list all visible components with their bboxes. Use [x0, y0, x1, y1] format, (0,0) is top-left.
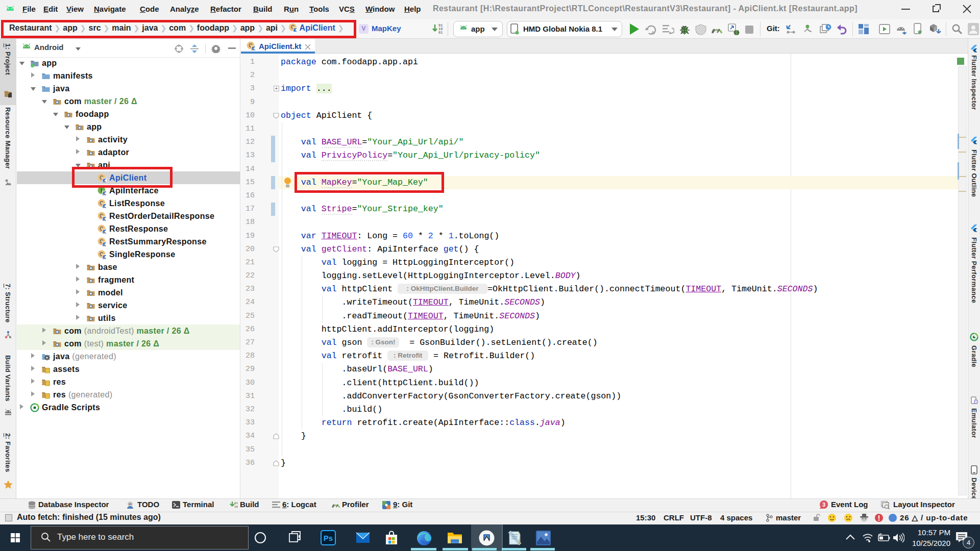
- svg-text:3: 3: [822, 502, 825, 508]
- svg-text:A: A: [651, 30, 655, 35]
- svg-text:01: 01: [438, 31, 443, 35]
- svg-text:01: 01: [234, 502, 238, 505]
- svg-text:10: 10: [234, 505, 238, 509]
